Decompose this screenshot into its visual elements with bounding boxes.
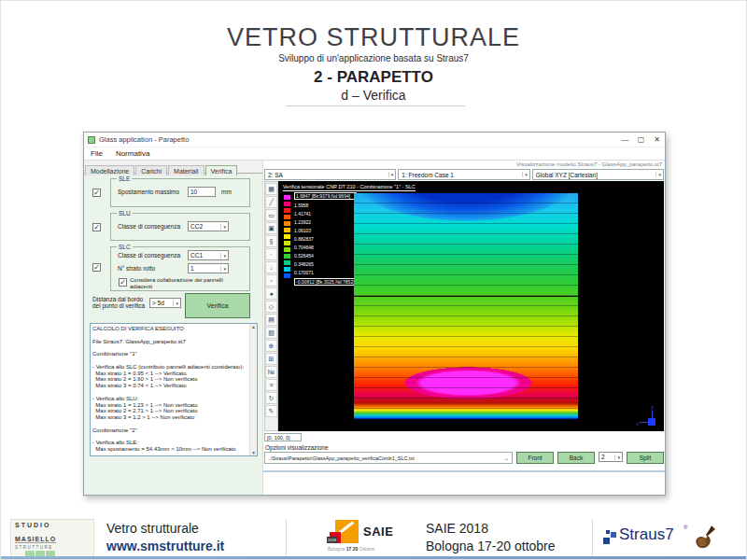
options-tool-icon[interactable]: ✎ [265,405,277,417]
contour-display-icon[interactable]: ▧ [265,327,277,339]
window-controls: — ▢ ✕ [617,133,665,147]
scroll-up-icon[interactable]: ▲ [250,324,257,329]
legend-swatch [283,207,291,214]
edge-display-icon[interactable]: ◇ [265,301,277,313]
app-icon [88,136,95,144]
result-case-select[interactable]: 2: SA [264,169,396,180]
slu-group: SLU Classe di conseguenza CC2 [110,213,250,241]
studio-logo-line2: MASIELLO [15,536,56,543]
scroll-down-icon[interactable]: ▼ [250,450,257,455]
axis-vertical-line [652,410,653,418]
window-title: Glass application - Parapetto [99,135,189,144]
spostamento-label: Spostamento massimo [118,189,179,195]
saie-logo-year: 2018 [327,537,337,543]
front-button[interactable]: Front [516,452,554,464]
verifica-tab-body: SLE Spostamento massimo mm SLU Classe di… [84,174,262,495]
straus7-logo-block-1 [603,538,610,544]
maximize-icon[interactable]: ▢ [633,133,649,147]
split-count-select[interactable]: 2 [599,452,623,462]
split-button[interactable]: Split [627,452,664,464]
header-divider [286,105,465,106]
numbers-tool-icon[interactable]: № [265,366,277,378]
spostamento-input[interactable] [188,187,216,197]
rotate-tool-icon[interactable]: ↻ [265,392,277,404]
restraint-tool-icon[interactable]: ▫ [265,274,277,287]
menu-item-file[interactable]: File [84,149,109,158]
contour-plot[interactable] [354,193,578,419]
verifica-button[interactable]: Verifica [185,293,250,318]
slc-checkbox[interactable] [92,263,101,272]
close-icon[interactable]: ✕ [649,133,665,147]
back-button[interactable]: Back [557,452,595,464]
minimize-icon[interactable]: — [617,133,633,147]
slc-classe-label: Classe di conseguenza [118,252,180,259]
canvas-split-line [278,296,664,297]
grid-tool-icon[interactable]: ⊞ [265,353,277,365]
slu-checkbox[interactable] [92,223,101,231]
sle-checkbox[interactable] [92,189,101,197]
link-tool-icon[interactable]: § [265,235,277,247]
legend-swatch [283,194,291,201]
viewer-controls: ..\Straus\Parapetto\GlassApp_parapetto_v… [264,452,664,464]
slu-classe-select[interactable]: CC2 [188,221,229,231]
legend-value: -0.00812 [Bk:3025,Nd:7852] [294,278,357,286]
straus7-viewer: Visualizzazione modello Straus7 - GlassA… [263,161,665,495]
strato-rotto-select[interactable]: 1 [188,263,229,273]
output-scrollbar[interactable]: ▲ ▼ [249,324,257,455]
plate-tool-icon[interactable]: ▭ [265,209,277,221]
brick-tool-icon[interactable]: ▣ [265,222,277,234]
face-display-icon[interactable]: ▤ [265,314,277,326]
legend-swatch [283,227,291,233]
legend-value: 0.526454 [294,253,357,259]
output-box: CALCOLO DI VERIFICA ESEGUITO File Straus… [90,323,258,456]
layers-tool-icon[interactable]: ≡ [265,379,277,391]
node-tool-icon[interactable]: · [265,248,277,260]
saie-logo-subtext: Bologna 17 20 Ottobre [328,546,374,552]
collaborazione-checkbox[interactable] [119,278,127,287]
distanza-select[interactable]: > 5d [149,298,181,308]
straus7-logo: Straus7 ® [603,523,739,554]
spostamento-unit: mm [221,189,232,195]
legend-swatch [283,201,291,207]
select-tool-icon[interactable]: ▦ [265,183,277,195]
slide-subsection-title: d – Verifica [1,88,746,103]
straus7-logo-text: Straus7 [619,525,674,544]
viewer-combo-row: 2: SA 1: Freedom Case 1 Global XYZ [Cart… [264,169,664,180]
menu-item-normativa[interactable]: Normativa [109,149,156,158]
studio-logo-line3: STRUTTURE [15,545,90,550]
bottom-accent-strip [1,556,746,559]
saie-logo: 2018 SAIE Bologna 17 20 Ottobre [326,519,419,557]
legend-swatch [283,273,291,279]
studio-logo-line1: STUDIO [15,522,90,528]
legend-value: 0.882837 [294,236,357,242]
saie-logo-text: SAIE [363,525,393,539]
legend-swatch [283,266,291,273]
slu-group-label: SLU [117,210,133,217]
coordinate-system-select[interactable]: Global XYZ [Cartesian] [532,169,664,180]
axis-triad: z x [637,407,655,426]
beam-tool-icon[interactable]: ╱ [265,196,277,208]
slu-classe-label: Classe di conseguenza [118,223,180,230]
model-canvas[interactable]: Verifica tensionale CNR DT 210 - Combina… [278,181,664,431]
footer-divider-1 [286,520,287,555]
result-file-select[interactable]: ..\Straus\Parapetto\GlassApp_parapetto_v… [264,452,513,464]
legend-value: 1.23922 [294,219,357,225]
footer-website-link[interactable]: www.smstrutture.it [106,539,224,553]
zoom-tool-icon[interactable]: ⊕ [265,340,277,352]
point-display-icon[interactable]: ● [265,287,277,300]
coordinate-status: [0, 100, 0] [264,433,302,441]
title-bar: Glass application - Parapetto — ▢ ✕ [84,133,665,147]
slc-group-label: SLC [117,244,133,250]
legend-value: 1.5958 [294,203,357,208]
distanza-label-line1: Distanza dal bordo [92,296,148,302]
legend-swatch [283,253,291,259]
viewer-header-label: Visualizzazione modello Straus7 - GlassA… [516,161,662,167]
freedom-case-select[interactable]: 1: Freedom Case 1 [398,169,529,180]
app-window: Glass application - Parapetto — ▢ ✕ File… [83,132,666,496]
load-tool-icon[interactable]: ↓ [265,261,277,273]
legend-values: 1.6847 [Bk:9379,Nd:9694]1.59581.417411.2… [294,192,357,286]
output-console[interactable]: CALCOLO DI VERIFICA ESEGUITO File Straus… [92,326,248,454]
event-location: Bologna 17-20 ottobre [426,539,556,553]
slc-classe-select[interactable]: CC1 [188,250,229,260]
options-label: Opzioni visualizzazione [265,444,329,451]
